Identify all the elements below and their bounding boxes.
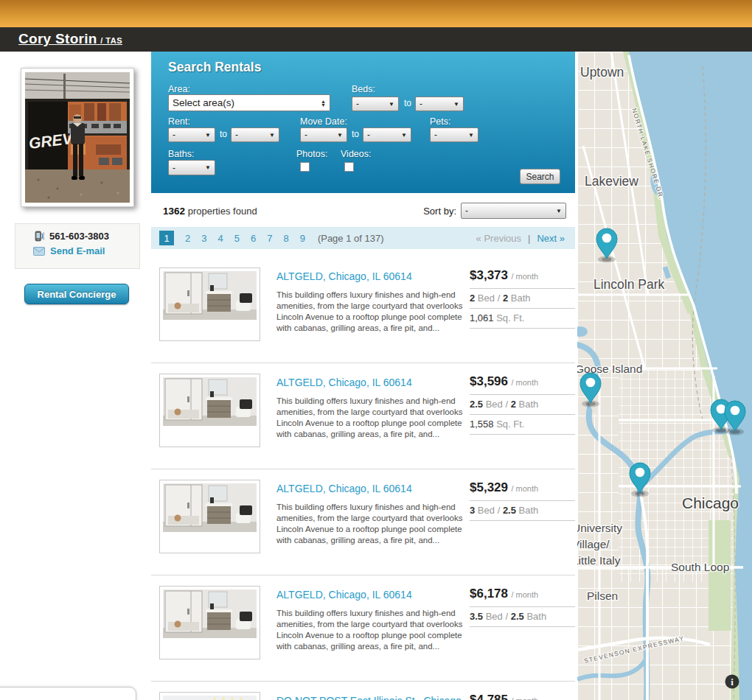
area-select[interactable]: Select area(s) ▲▼ bbox=[168, 94, 330, 111]
dropdown-arrow-icon: ▼ bbox=[389, 101, 394, 108]
beds-min-value: - bbox=[356, 99, 359, 109]
next-page-link[interactable]: Next » bbox=[537, 233, 565, 244]
listing-thumbnail[interactable] bbox=[159, 692, 260, 700]
page-5-link[interactable]: 5 bbox=[234, 233, 240, 244]
pets-label: Pets: bbox=[430, 116, 451, 127]
rent-max-value: - bbox=[235, 130, 238, 140]
listing-price-block: $5,329 / month 3 Bed / 2.5 Bath bbox=[470, 478, 575, 521]
price-amount: $3,596 bbox=[470, 374, 508, 388]
listing-price-block: $6,178 / month 3.5 Bed / 2.5 Bath bbox=[470, 584, 575, 627]
listing-beds-baths: 3 Bed / 2.5 Bath bbox=[470, 501, 575, 521]
sort-by-select[interactable]: - ▼ bbox=[461, 203, 566, 219]
listing-title-link[interactable]: DO NOT POST East Illinois St., Chicago, … bbox=[276, 694, 473, 700]
move-date-min-value: - bbox=[304, 130, 307, 140]
listing-thumbnail[interactable] bbox=[159, 586, 260, 659]
price-period: / month bbox=[511, 696, 538, 700]
listing-thumbnail[interactable] bbox=[159, 267, 260, 341]
pets-select[interactable]: -▼ bbox=[430, 127, 478, 142]
agent-photo: GREV bbox=[21, 68, 134, 207]
info-icon: i bbox=[731, 676, 734, 687]
listing-description: This building offers luxury finishes and… bbox=[276, 396, 473, 440]
videos-checkbox[interactable] bbox=[344, 162, 354, 172]
page-8-link[interactable]: 8 bbox=[283, 233, 288, 244]
agent-photo-image: GREV bbox=[25, 72, 130, 203]
baths-select[interactable]: -▼ bbox=[168, 160, 215, 175]
results-count-number: 1362 bbox=[163, 206, 185, 217]
map-pin[interactable] bbox=[596, 228, 617, 263]
move-date-max-value: - bbox=[367, 130, 370, 140]
price-amount: $3,373 bbox=[470, 268, 508, 282]
rent-min-select[interactable]: -▼ bbox=[168, 127, 215, 142]
results-count-label: properties found bbox=[188, 206, 257, 217]
page-7-link[interactable]: 7 bbox=[267, 233, 272, 244]
baths-value: - bbox=[173, 163, 175, 173]
listing-row: DO NOT POST East Illinois St., Chicago, … bbox=[151, 681, 575, 700]
move-date-max-select[interactable]: -▼ bbox=[363, 127, 411, 142]
bottom-left-widget[interactable] bbox=[0, 687, 136, 700]
map-pin[interactable] bbox=[725, 401, 745, 435]
page-3-link[interactable]: 3 bbox=[201, 233, 206, 244]
search-button[interactable]: Search bbox=[520, 169, 560, 184]
livingroom-photo bbox=[163, 696, 257, 700]
price-period: / month bbox=[511, 590, 538, 599]
rent-min-value: - bbox=[173, 130, 175, 140]
listing-title-link[interactable]: ALTGELD, Chicago, IL 60614 bbox=[276, 482, 473, 495]
map-pin[interactable] bbox=[580, 373, 601, 407]
map-label-uptown: Uptown bbox=[580, 65, 624, 80]
dropdown-arrow-icon: ▼ bbox=[401, 132, 407, 139]
rent-max-select[interactable]: -▼ bbox=[231, 127, 279, 142]
listing-title-link[interactable]: ALTGELD, Chicago, IL 60614 bbox=[276, 588, 473, 601]
rental-concierge-button[interactable]: Rental Concierge bbox=[24, 284, 129, 304]
listings-list: ALTGELD, Chicago, IL 60614 This building… bbox=[151, 257, 575, 700]
map-label-lakeview: Lakeview bbox=[585, 174, 638, 189]
agent-name-link[interactable]: Cory Storin / TAS bbox=[18, 31, 122, 47]
beds-label: Beds: bbox=[352, 84, 375, 94]
map-label-village: Village/ bbox=[577, 538, 610, 550]
send-email-link[interactable]: Send E-mail bbox=[50, 245, 105, 256]
page-2-link[interactable]: 2 bbox=[185, 233, 190, 244]
listing-price-block: $3,596 / month 2.5 Bed / 2 Bath 1,558 Sq… bbox=[470, 372, 575, 435]
page-1-active[interactable]: 1 bbox=[159, 231, 174, 245]
phone-row: 561-603-3803 bbox=[33, 231, 139, 242]
price-period: / month bbox=[511, 272, 538, 281]
listing-description: This building offers luxury finishes and… bbox=[276, 608, 473, 652]
sort-by-label: Sort by: bbox=[423, 206, 456, 217]
page-4-link[interactable]: 4 bbox=[217, 233, 223, 244]
beds-to-label: to bbox=[404, 98, 411, 108]
beds-min-select[interactable]: -▼ bbox=[352, 97, 399, 111]
listing-description: This building offers luxury finishes and… bbox=[276, 290, 473, 334]
dropdown-arrow-icon: ▼ bbox=[337, 132, 343, 139]
bathroom-photo bbox=[163, 377, 257, 426]
photos-label: Photos: bbox=[296, 149, 327, 159]
map-pin[interactable] bbox=[630, 463, 650, 497]
listing-thumbnail[interactable] bbox=[159, 480, 260, 553]
sort-by-group: Sort by: - ▼ bbox=[423, 203, 566, 219]
results-header: 1362 properties found Sort by: - ▼ bbox=[151, 193, 575, 227]
listing-title-link[interactable]: ALTGELD, Chicago, IL 60614 bbox=[276, 270, 473, 283]
pets-value: - bbox=[434, 130, 437, 140]
pagination-bar: 1 2 3 4 5 6 7 8 9 (Page 1 of 137) « Prev… bbox=[151, 227, 575, 249]
page-9-link[interactable]: 9 bbox=[300, 233, 305, 244]
area-select-value: Select area(s) bbox=[173, 97, 234, 108]
move-date-min-select[interactable]: -▼ bbox=[300, 127, 347, 142]
results-count: 1362 properties found bbox=[163, 206, 257, 217]
beds-max-select[interactable]: -▼ bbox=[415, 97, 464, 111]
listing-price: $6,178 / month bbox=[470, 584, 575, 607]
page-6-link[interactable]: 6 bbox=[251, 233, 256, 244]
listing-row: ALTGELD, Chicago, IL 60614 This building… bbox=[151, 469, 575, 575]
map-label-pilsen: Pilsen bbox=[587, 589, 618, 602]
map-info-button[interactable]: i bbox=[725, 675, 739, 689]
listing-title-link[interactable]: ALTGELD, Chicago, IL 60614 bbox=[276, 376, 473, 389]
listing-thumbnail[interactable] bbox=[159, 374, 260, 447]
previous-page-link[interactable]: « Previous bbox=[476, 233, 521, 244]
envelope-icon bbox=[33, 247, 45, 256]
price-amount: $5,329 bbox=[470, 480, 508, 494]
dropdown-arrow-icon: ▼ bbox=[205, 132, 211, 139]
listing-price: $3,596 / month bbox=[470, 372, 575, 395]
dropdown-arrow-icon: ▼ bbox=[205, 164, 211, 171]
photos-checkbox[interactable] bbox=[300, 162, 310, 172]
map-panel[interactable]: Uptown NORTH LAKE SHORE DR. Lakeview Lin… bbox=[577, 52, 752, 700]
email-row: Send E-mail bbox=[33, 245, 139, 256]
price-period: / month bbox=[511, 484, 538, 493]
baths-label: Baths: bbox=[168, 149, 194, 159]
